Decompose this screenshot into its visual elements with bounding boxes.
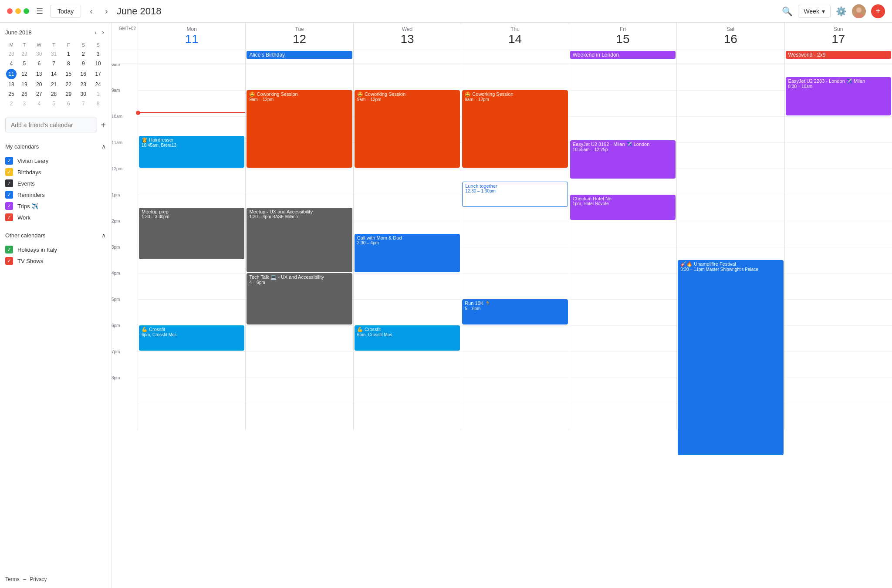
calendar-item[interactable]: ✓Vivian Leary [5, 155, 106, 166]
mini-cal-day[interactable]: 24 [91, 80, 105, 89]
prev-week-button[interactable]: ‹ [86, 4, 96, 18]
day-number[interactable]: 14 [463, 32, 567, 46]
view-selector[interactable]: Week ▾ [798, 5, 831, 18]
calendar-event[interactable]: 👸 Hairdresser10:45am, Brera13 [139, 136, 244, 168]
privacy-link[interactable]: Privacy [30, 576, 47, 582]
close-window-btn[interactable] [7, 8, 13, 14]
mini-cal-day[interactable]: 30 [76, 90, 90, 98]
mini-cal-day[interactable]: 5 [47, 99, 61, 108]
calendar-event[interactable]: 🎸🔥 Unamplifire Festival3:30 – 11pm Maste… [678, 260, 783, 455]
calendar-item[interactable]: ✓TV Shows [5, 255, 106, 267]
mini-cal-day[interactable]: 17 [91, 69, 105, 79]
other-calendars-header[interactable]: Other calendars ∧ [5, 230, 106, 240]
mini-cal-day[interactable]: 15 [61, 69, 75, 79]
mini-cal-day[interactable]: 22 [61, 80, 75, 89]
mini-cal-day[interactable]: 10 [91, 59, 105, 68]
mini-cal-day[interactable]: 30 [32, 50, 46, 58]
day-number[interactable]: 15 [571, 32, 675, 46]
calendar-event[interactable]: Call with Mom & Dad2:30 – 4pm [355, 234, 460, 272]
mini-cal-day[interactable]: 4 [32, 99, 46, 108]
my-calendars-header[interactable]: My calendars ∧ [5, 141, 106, 152]
allday-event[interactable]: Westworld - 2x9 [786, 51, 891, 59]
search-button[interactable]: 🔍 [782, 6, 793, 17]
calendar-event[interactable]: 🤩 Coworking Session9am – 12pm [462, 90, 568, 168]
mini-cal-day[interactable]: 1 [91, 90, 105, 98]
menu-button[interactable]: ☰ [34, 5, 45, 18]
day-number[interactable]: 17 [787, 32, 890, 46]
calendar-item[interactable]: ✓Birthdays [5, 166, 106, 178]
mini-cal-day[interactable]: 6 [61, 99, 75, 108]
mini-prev-button[interactable]: ‹ [93, 28, 98, 37]
mini-cal-day[interactable]: 14 [47, 69, 61, 79]
mini-cal-day[interactable]: 4 [6, 59, 17, 68]
maximize-window-btn[interactable] [24, 8, 29, 14]
mini-cal-day[interactable]: 12 [17, 69, 31, 79]
mini-cal-day[interactable]: 31 [47, 50, 61, 58]
mini-cal-day[interactable]: 18 [6, 80, 17, 89]
mini-cal-day[interactable]: 6 [32, 59, 46, 68]
calendar-event[interactable]: 🤩 Coworking Session9am – 12pm [355, 90, 460, 168]
mini-cal-day[interactable]: 28 [6, 50, 17, 58]
day-number[interactable]: 12 [247, 32, 351, 46]
calendar-event[interactable]: 💪 Crossfit6pm, Crossfit Mos [139, 325, 244, 351]
create-event-button[interactable]: + [871, 4, 885, 18]
mini-cal-day[interactable]: 1 [61, 50, 75, 58]
terms-link[interactable]: Terms [5, 576, 20, 582]
mini-cal-day[interactable]: 25 [6, 90, 17, 98]
calendar-item[interactable]: ✓Trips ✈️ [5, 200, 106, 212]
mini-cal-day[interactable]: 21 [47, 80, 61, 89]
other-calendars-toggle[interactable]: ∧ [101, 232, 106, 239]
next-week-button[interactable]: › [101, 4, 112, 18]
mini-cal-day[interactable]: 2 [6, 99, 17, 108]
calendar-event[interactable]: Check-in Hotel No1pm, Hotel Novote [570, 195, 676, 220]
mini-cal-day[interactable]: 13 [32, 69, 46, 79]
mini-cal-day[interactable]: 27 [32, 90, 46, 98]
my-calendars-toggle[interactable]: ∧ [101, 143, 106, 150]
mini-cal-day[interactable]: 11 [6, 69, 17, 79]
today-button[interactable]: Today [50, 5, 81, 18]
mini-cal-day[interactable]: 9 [76, 59, 90, 68]
mini-cal-day[interactable]: 20 [32, 80, 46, 89]
mini-cal-day[interactable]: 16 [76, 69, 90, 79]
calendar-event[interactable]: 🤩 Coworking Session9am – 12pm [247, 90, 352, 168]
day-number[interactable]: 13 [355, 32, 459, 46]
calendar-event[interactable]: Meetup - UX and Accessibility1:30 – 4pm … [247, 208, 352, 272]
mini-cal-day[interactable]: 2 [76, 50, 90, 58]
mini-cal-day[interactable]: 7 [76, 99, 90, 108]
calendar-event[interactable]: EasyJet U2 8192 - Milan ✈️ London10:55am… [570, 140, 676, 179]
mini-cal-day[interactable]: 26 [17, 90, 31, 98]
allday-event[interactable]: Weekend in London [570, 51, 676, 59]
calendar-event[interactable]: Meetup prep1:30 – 3:30pm [139, 208, 244, 259]
calendar-event[interactable]: EasyJet U2 2283 - London ✈️ Milan8:30 – … [786, 77, 891, 115]
minimize-window-btn[interactable] [15, 8, 21, 14]
calendar-item[interactable]: ✓Events [5, 178, 106, 189]
settings-button[interactable]: ⚙️ [836, 6, 847, 17]
mini-cal-day[interactable]: 8 [91, 99, 105, 108]
allday-event[interactable]: Alice's Birthday [247, 51, 352, 59]
mini-next-button[interactable]: › [100, 28, 106, 37]
avatar[interactable] [852, 4, 866, 18]
calendar-event[interactable]: Tech Talk 💻 - UX and Accessibility4 – 6p… [247, 273, 352, 324]
calendar-event[interactable]: Run 10K 🏃5 – 6pm [462, 299, 568, 324]
calendar-item[interactable]: ✓Holidays in Italy [5, 244, 106, 255]
day-number[interactable]: 16 [679, 32, 782, 46]
mini-cal-day[interactable]: 5 [17, 59, 31, 68]
calendar-event[interactable]: 💪 Crossfit6pm, Crossfit Mos [355, 325, 460, 351]
mini-cal-day[interactable]: 8 [61, 59, 75, 68]
mini-cal-day[interactable]: 7 [47, 59, 61, 68]
time-grid-container[interactable]: 8am9am10am11am12pm1pm2pm3pm4pm5pm6pm7pm8… [112, 64, 892, 588]
add-friend-button[interactable]: + [101, 120, 106, 130]
add-friend-input[interactable] [5, 118, 97, 132]
day-number[interactable]: 11 [140, 32, 243, 46]
mini-cal-day[interactable]: 3 [17, 99, 31, 108]
calendar-item[interactable]: ✓Work [5, 212, 106, 223]
calendar-event[interactable]: Lunch together12:30 – 1:30pm [462, 182, 568, 207]
mini-cal-day[interactable]: 3 [91, 50, 105, 58]
calendar-item[interactable]: ✓Reminders [5, 189, 106, 200]
hour-line [677, 64, 784, 64]
mini-cal-day[interactable]: 19 [17, 80, 31, 89]
mini-cal-day[interactable]: 29 [61, 90, 75, 98]
mini-cal-day[interactable]: 23 [76, 80, 90, 89]
mini-cal-day[interactable]: 28 [47, 90, 61, 98]
mini-cal-day[interactable]: 29 [17, 50, 31, 58]
